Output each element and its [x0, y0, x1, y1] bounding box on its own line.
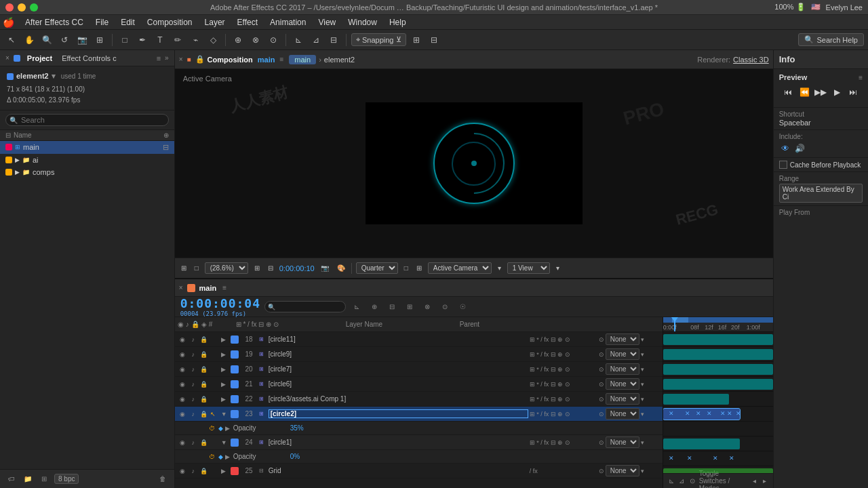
- range-value[interactable]: Work Area Extended By Ci: [779, 184, 863, 203]
- viewport-pixel-btn[interactable]: ⊟: [266, 264, 275, 272]
- layer-audio-19[interactable]: ♪: [189, 351, 198, 358]
- renderer-value[interactable]: Classic 3D: [733, 56, 769, 64]
- maximize-button[interactable]: [30, 3, 38, 12]
- layer-parent-expand-21[interactable]: ▾: [641, 381, 644, 388]
- menu-window[interactable]: Window: [342, 16, 382, 28]
- rotate-tool[interactable]: ↺: [57, 33, 72, 47]
- tl-nav-btn-1[interactable]: ⊾: [667, 475, 675, 487]
- layer-parent-select-25[interactable]: None: [606, 465, 639, 476]
- puppet-tool[interactable]: ⊕: [231, 33, 245, 47]
- vc-arrow-2[interactable]: ▾: [554, 264, 561, 272]
- tl-nav-btn-4[interactable]: ◂: [750, 475, 758, 487]
- layer-audio-22[interactable]: ♪: [189, 396, 198, 403]
- viewport[interactable]: Active Camera 人人素材 RECG PRO: [175, 69, 773, 258]
- menu-view[interactable]: View: [313, 16, 341, 28]
- preview-skip-end[interactable]: ⏭: [846, 85, 860, 99]
- playhead[interactable]: [674, 317, 675, 331]
- eraser-tool[interactable]: ◇: [205, 33, 220, 47]
- preview-menu-btn[interactable]: ≡: [859, 74, 863, 81]
- prop-stopwatch-23[interactable]: ⏱: [209, 425, 218, 432]
- layer-lock-23[interactable]: 🔒: [199, 411, 209, 418]
- layer-row-23[interactable]: ◉ ♪ 🔒 ↖ ▼ 23 ⊞ [circle2] ⊞ * / fx ⊟ ⊕ ⊙ …: [175, 407, 663, 422]
- layer-parent-expand-25[interactable]: ▾: [641, 468, 644, 474]
- layer-expand-18[interactable]: ▶: [221, 336, 229, 343]
- project-panel-expand[interactable]: »: [165, 54, 169, 62]
- prop-expand-23[interactable]: ▶: [225, 425, 233, 432]
- shape-tool[interactable]: ⊟: [326, 33, 341, 47]
- tl-tool-6[interactable]: ⊙: [438, 300, 452, 314]
- align-tool-2[interactable]: ⊿: [309, 33, 323, 47]
- layer-lock-24[interactable]: 🔒: [199, 439, 209, 446]
- layer-audio-18[interactable]: ♪: [189, 336, 198, 343]
- viewport-3d-btn[interactable]: ⊞: [414, 264, 424, 272]
- layer-parent-select-22[interactable]: None: [606, 393, 639, 405]
- timeline-close[interactable]: ×: [179, 284, 183, 291]
- preview-skip-start[interactable]: ⏮: [781, 85, 795, 99]
- effect-controls-tab[interactable]: Effect Controls c: [59, 53, 119, 64]
- comp-settings-btn[interactable]: ⊞: [179, 264, 189, 272]
- layer-audio-23[interactable]: ♪: [189, 411, 198, 418]
- pin-tool[interactable]: ⊗: [248, 33, 263, 47]
- project-panel-close[interactable]: ×: [5, 54, 9, 62]
- layer-cursor-23[interactable]: ↖: [210, 411, 220, 418]
- layer-parent-expand-23[interactable]: ▾: [641, 411, 644, 418]
- timecode-display[interactable]: 0:00:00:10: [279, 264, 315, 272]
- include-video-icon[interactable]: 👁: [779, 142, 791, 155]
- menu-effect[interactable]: Effect: [232, 16, 263, 28]
- brush-tool[interactable]: ✏: [170, 33, 185, 47]
- comp-tab-close[interactable]: ×: [179, 56, 183, 63]
- layer-row-25[interactable]: ◉ ♪ 🔒 ▶ 25 ⊟ Grid / fx ⊙ None ▾: [175, 464, 663, 479]
- prop-value-opacity-23[interactable]: 35%: [290, 424, 304, 432]
- layer-expand-20[interactable]: ▶: [221, 366, 229, 373]
- layer-vis-23[interactable]: ◉: [178, 411, 187, 418]
- tl-nav-btn-5[interactable]: ▸: [761, 475, 769, 487]
- layer-parent-expand-20[interactable]: ▾: [641, 366, 644, 373]
- view-count-select[interactable]: 1 View 2 Views 4 Views: [507, 262, 550, 274]
- transform-tool[interactable]: ⊞: [92, 33, 107, 47]
- prop-diamond-24[interactable]: ◆: [218, 453, 223, 460]
- layer-vis-24[interactable]: ◉: [178, 439, 187, 446]
- timecode[interactable]: 0:00:00:04: [180, 296, 260, 310]
- layer-expand-25[interactable]: ▶: [221, 468, 229, 474]
- menu-layer[interactable]: Layer: [199, 16, 231, 28]
- viewport-mode-btn[interactable]: □: [402, 264, 410, 272]
- layer-expand-19[interactable]: ▶: [221, 351, 229, 358]
- layer-vis-22[interactable]: ◉: [178, 396, 187, 403]
- close-button[interactable]: [5, 3, 14, 12]
- menu-edit[interactable]: Edit: [115, 16, 140, 28]
- footer-folder-btn[interactable]: 📁: [22, 473, 34, 485]
- layer-lock-21[interactable]: 🔒: [199, 381, 209, 388]
- layer-lock-19[interactable]: 🔒: [199, 351, 209, 358]
- tl-tool-3[interactable]: ⊟: [385, 300, 399, 314]
- text-tool[interactable]: T: [153, 33, 167, 47]
- layer-audio-25[interactable]: ♪: [189, 468, 198, 474]
- viewport-camera-btn[interactable]: 📷: [319, 264, 331, 272]
- layer-audio-24[interactable]: ♪: [189, 439, 198, 446]
- vc-arrow[interactable]: ▾: [496, 264, 503, 272]
- timeline-ruler[interactable]: 0:00f 08f 12f 16f 20f 1:00f: [663, 317, 773, 332]
- layer-lock-22[interactable]: 🔒: [199, 396, 209, 403]
- preview-step-back[interactable]: ⏪: [797, 85, 811, 99]
- layer-row-18[interactable]: ◉ ♪ 🔒 ▶ 18 ⊞ [circle11] ⊞ * / fx ⊟ ⊕ ⊙ ⊙…: [175, 332, 663, 347]
- layer-vis-21[interactable]: ◉: [178, 381, 187, 388]
- layer-vis-18[interactable]: ◉: [178, 336, 187, 343]
- prop-value-opacity-24[interactable]: 0%: [290, 453, 300, 460]
- breadcrumb-main[interactable]: main: [289, 55, 316, 64]
- item-dropdown-icon[interactable]: ▾: [52, 70, 56, 83]
- menu-help[interactable]: Help: [384, 16, 412, 28]
- layer-parent-expand-19[interactable]: ▾: [641, 351, 644, 358]
- tl-tool-2[interactable]: ⊕: [368, 300, 381, 314]
- tl-tool-4[interactable]: ⊞: [403, 300, 416, 314]
- camera-tool[interactable]: 📷: [75, 33, 90, 47]
- layer-parent-select-19[interactable]: None: [606, 348, 639, 360]
- layer-row-22[interactable]: ◉ ♪ 🔒 ▶ 22 ⊞ [circle3/assets.ai Comp 1] …: [175, 392, 663, 407]
- layer-lock-25[interactable]: 🔒: [199, 468, 209, 474]
- file-item-comps[interactable]: ▶ 📁 comps: [0, 166, 174, 178]
- layer-audio-21[interactable]: ♪: [189, 381, 198, 388]
- view-mode-btn[interactable]: ⊞: [409, 33, 424, 47]
- snapping-button[interactable]: ⌖ Snapping ⊻: [351, 33, 406, 46]
- viewport-grid-btn[interactable]: ⊞: [252, 264, 262, 272]
- prop-stopwatch-24[interactable]: ⏱: [209, 453, 218, 460]
- menu-composition[interactable]: Composition: [142, 16, 198, 28]
- layer-expand-21[interactable]: ▶: [221, 381, 229, 388]
